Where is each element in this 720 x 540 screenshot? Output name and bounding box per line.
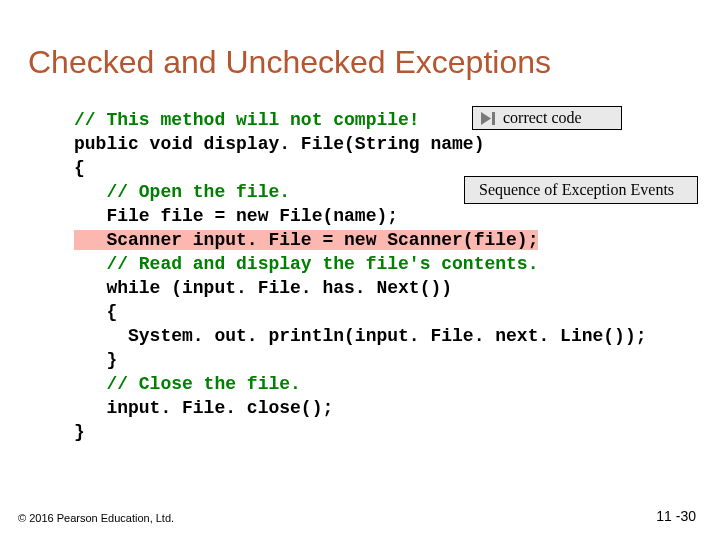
exception-events-button[interactable]: Sequence of Exception Events bbox=[464, 176, 698, 204]
button-label: correct code bbox=[503, 109, 582, 127]
slide-title: Checked and Unchecked Exceptions bbox=[28, 44, 551, 81]
code-comment: // Open the file. bbox=[74, 182, 290, 202]
code-line: System. out. println(input. File. next. … bbox=[74, 326, 647, 346]
code-line: public void display. File(String name) bbox=[74, 134, 484, 154]
play-icon bbox=[481, 112, 497, 125]
slide-number: 11 -30 bbox=[656, 508, 696, 524]
code-block: // This method will not compile! public … bbox=[74, 108, 647, 444]
code-line: } bbox=[74, 422, 85, 442]
code-line: while (input. File. has. Next()) bbox=[74, 278, 452, 298]
code-line: input. File. close(); bbox=[74, 398, 333, 418]
copyright: © 2016 Pearson Education, Ltd. bbox=[18, 512, 174, 524]
slide: Checked and Unchecked Exceptions // This… bbox=[0, 0, 720, 540]
code-line: } bbox=[74, 350, 117, 370]
code-line: File file = new File(name); bbox=[74, 206, 398, 226]
svg-marker-0 bbox=[481, 112, 491, 125]
correct-code-button[interactable]: correct code bbox=[472, 106, 622, 130]
code-comment: // Read and display the file's contents. bbox=[74, 254, 538, 274]
svg-rect-1 bbox=[492, 112, 495, 125]
code-comment: // This method will not compile! bbox=[74, 110, 420, 130]
code-line: { bbox=[74, 158, 85, 178]
code-line: { bbox=[74, 302, 117, 322]
button-label: Sequence of Exception Events bbox=[479, 181, 674, 199]
code-line-highlight: Scanner input. File = new Scanner(file); bbox=[74, 230, 538, 250]
code-comment: // Close the file. bbox=[74, 374, 301, 394]
